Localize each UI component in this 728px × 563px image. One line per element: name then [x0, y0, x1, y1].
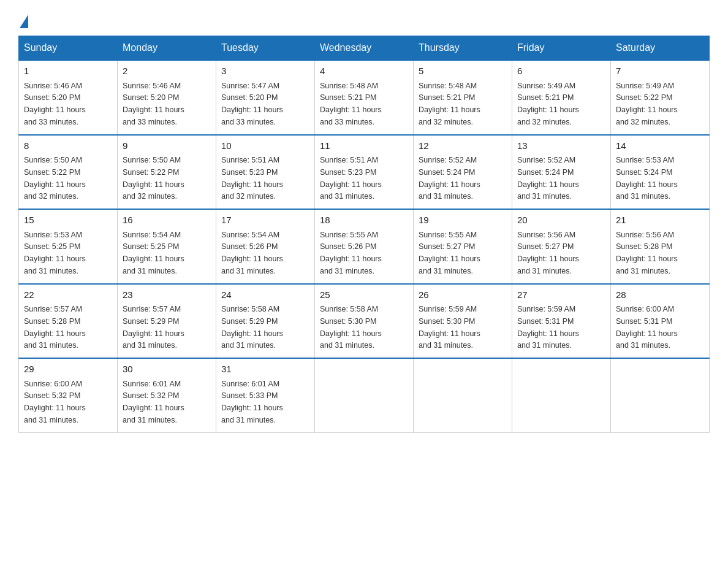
day-number: 13 — [517, 139, 605, 153]
day-number: 11 — [320, 139, 408, 153]
day-info: Sunrise: 5:52 AMSunset: 5:24 PMDaylight:… — [517, 156, 579, 201]
calendar-cell: 18Sunrise: 5:55 AMSunset: 5:26 PMDayligh… — [315, 209, 414, 284]
day-number: 15 — [24, 213, 112, 228]
day-info: Sunrise: 5:54 AMSunset: 5:26 PMDaylight:… — [221, 231, 283, 275]
calendar-cell: 4Sunrise: 5:48 AMSunset: 5:21 PMDaylight… — [315, 60, 414, 135]
day-number: 28 — [616, 288, 704, 302]
calendar-cell: 9Sunrise: 5:50 AMSunset: 5:22 PMDaylight… — [118, 135, 216, 210]
day-number: 29 — [24, 362, 112, 377]
week-row-1: 1Sunrise: 5:46 AMSunset: 5:20 PMDaylight… — [19, 60, 710, 135]
col-header-thursday: Thursday — [414, 36, 512, 61]
day-number: 18 — [320, 213, 408, 228]
day-info: Sunrise: 5:58 AMSunset: 5:30 PMDaylight:… — [320, 305, 382, 350]
day-info: Sunrise: 5:57 AMSunset: 5:29 PMDaylight:… — [123, 305, 184, 350]
day-number: 17 — [221, 213, 309, 228]
calendar-header-row: SundayMondayTuesdayWednesdayThursdayFrid… — [19, 36, 710, 61]
day-info: Sunrise: 5:56 AMSunset: 5:28 PMDaylight:… — [616, 231, 678, 275]
calendar-cell: 2Sunrise: 5:46 AMSunset: 5:20 PMDaylight… — [118, 60, 216, 135]
logo-triangle-icon — [20, 15, 28, 28]
page-header — [18, 12, 710, 26]
week-row-4: 22Sunrise: 5:57 AMSunset: 5:28 PMDayligh… — [19, 284, 710, 359]
day-number: 10 — [221, 139, 309, 153]
day-info: Sunrise: 5:59 AMSunset: 5:30 PMDaylight:… — [419, 305, 480, 350]
calendar-cell: 24Sunrise: 5:58 AMSunset: 5:29 PMDayligh… — [216, 284, 315, 359]
day-info: Sunrise: 5:55 AMSunset: 5:26 PMDaylight:… — [320, 231, 382, 275]
day-info: Sunrise: 5:49 AMSunset: 5:22 PMDaylight:… — [616, 82, 678, 126]
day-number: 12 — [419, 139, 507, 153]
day-info: Sunrise: 5:46 AMSunset: 5:20 PMDaylight:… — [24, 82, 86, 126]
day-number: 7 — [616, 64, 704, 79]
day-info: Sunrise: 5:47 AMSunset: 5:20 PMDaylight:… — [221, 82, 283, 126]
day-info: Sunrise: 5:48 AMSunset: 5:21 PMDaylight:… — [320, 82, 382, 126]
day-info: Sunrise: 6:01 AMSunset: 5:32 PMDaylight:… — [123, 380, 184, 424]
day-info: Sunrise: 5:50 AMSunset: 5:22 PMDaylight:… — [123, 156, 184, 201]
calendar-cell: 15Sunrise: 5:53 AMSunset: 5:25 PMDayligh… — [19, 209, 118, 284]
calendar-cell: 3Sunrise: 5:47 AMSunset: 5:20 PMDaylight… — [216, 60, 315, 135]
day-number: 14 — [616, 139, 704, 153]
day-number: 25 — [320, 288, 408, 302]
calendar-cell: 31Sunrise: 6:01 AMSunset: 5:33 PMDayligh… — [216, 358, 315, 432]
day-info: Sunrise: 6:01 AMSunset: 5:33 PMDaylight:… — [221, 380, 283, 424]
calendar-cell: 7Sunrise: 5:49 AMSunset: 5:22 PMDaylight… — [611, 60, 710, 135]
day-number: 31 — [221, 362, 309, 377]
day-number: 19 — [419, 213, 507, 228]
col-header-sunday: Sunday — [19, 36, 118, 61]
day-number: 22 — [24, 288, 112, 302]
calendar-cell: 27Sunrise: 5:59 AMSunset: 5:31 PMDayligh… — [512, 284, 611, 359]
day-number: 4 — [320, 64, 408, 79]
day-info: Sunrise: 6:00 AMSunset: 5:31 PMDaylight:… — [616, 305, 678, 350]
day-info: Sunrise: 6:00 AMSunset: 5:32 PMDaylight:… — [24, 380, 86, 424]
day-info: Sunrise: 5:53 AMSunset: 5:25 PMDaylight:… — [24, 231, 86, 275]
calendar-cell: 28Sunrise: 6:00 AMSunset: 5:31 PMDayligh… — [611, 284, 710, 359]
day-number: 9 — [123, 139, 211, 153]
week-row-2: 8Sunrise: 5:50 AMSunset: 5:22 PMDaylight… — [19, 135, 710, 210]
day-info: Sunrise: 5:59 AMSunset: 5:31 PMDaylight:… — [517, 305, 579, 350]
calendar-cell: 20Sunrise: 5:56 AMSunset: 5:27 PMDayligh… — [512, 209, 611, 284]
col-header-monday: Monday — [118, 36, 216, 61]
calendar-cell: 12Sunrise: 5:52 AMSunset: 5:24 PMDayligh… — [414, 135, 512, 210]
day-number: 30 — [123, 362, 211, 377]
day-info: Sunrise: 5:52 AMSunset: 5:24 PMDaylight:… — [419, 156, 480, 201]
calendar-cell — [414, 358, 512, 432]
calendar-table: SundayMondayTuesdayWednesdayThursdayFrid… — [18, 36, 710, 433]
calendar-cell: 22Sunrise: 5:57 AMSunset: 5:28 PMDayligh… — [19, 284, 118, 359]
calendar-cell — [512, 358, 611, 432]
day-number: 8 — [24, 139, 112, 153]
calendar-cell: 16Sunrise: 5:54 AMSunset: 5:25 PMDayligh… — [118, 209, 216, 284]
calendar-cell — [611, 358, 710, 432]
day-info: Sunrise: 5:49 AMSunset: 5:21 PMDaylight:… — [517, 82, 579, 126]
day-number: 27 — [517, 288, 605, 302]
calendar-cell: 21Sunrise: 5:56 AMSunset: 5:28 PMDayligh… — [611, 209, 710, 284]
calendar-cell: 6Sunrise: 5:49 AMSunset: 5:21 PMDaylight… — [512, 60, 611, 135]
calendar-cell: 10Sunrise: 5:51 AMSunset: 5:23 PMDayligh… — [216, 135, 315, 210]
day-number: 24 — [221, 288, 309, 302]
day-info: Sunrise: 5:54 AMSunset: 5:25 PMDaylight:… — [123, 231, 184, 275]
calendar-cell: 19Sunrise: 5:55 AMSunset: 5:27 PMDayligh… — [414, 209, 512, 284]
day-info: Sunrise: 5:50 AMSunset: 5:22 PMDaylight:… — [24, 156, 86, 201]
week-row-5: 29Sunrise: 6:00 AMSunset: 5:32 PMDayligh… — [19, 358, 710, 432]
day-info: Sunrise: 5:56 AMSunset: 5:27 PMDaylight:… — [517, 231, 579, 275]
day-info: Sunrise: 5:51 AMSunset: 5:23 PMDaylight:… — [221, 156, 283, 201]
calendar-cell: 1Sunrise: 5:46 AMSunset: 5:20 PMDaylight… — [19, 60, 118, 135]
col-header-saturday: Saturday — [611, 36, 710, 61]
calendar-cell: 14Sunrise: 5:53 AMSunset: 5:24 PMDayligh… — [611, 135, 710, 210]
calendar-cell — [315, 358, 414, 432]
col-header-wednesday: Wednesday — [315, 36, 414, 61]
day-info: Sunrise: 5:53 AMSunset: 5:24 PMDaylight:… — [616, 156, 678, 201]
day-info: Sunrise: 5:55 AMSunset: 5:27 PMDaylight:… — [419, 231, 480, 275]
day-info: Sunrise: 5:57 AMSunset: 5:28 PMDaylight:… — [24, 305, 86, 350]
calendar-cell: 23Sunrise: 5:57 AMSunset: 5:29 PMDayligh… — [118, 284, 216, 359]
calendar-cell: 29Sunrise: 6:00 AMSunset: 5:32 PMDayligh… — [19, 358, 118, 432]
day-number: 23 — [123, 288, 211, 302]
day-info: Sunrise: 5:51 AMSunset: 5:23 PMDaylight:… — [320, 156, 382, 201]
logo — [18, 12, 28, 26]
calendar-cell: 5Sunrise: 5:48 AMSunset: 5:21 PMDaylight… — [414, 60, 512, 135]
calendar-cell: 13Sunrise: 5:52 AMSunset: 5:24 PMDayligh… — [512, 135, 611, 210]
day-number: 6 — [517, 64, 605, 79]
day-number: 5 — [419, 64, 507, 79]
day-number: 21 — [616, 213, 704, 228]
day-info: Sunrise: 5:46 AMSunset: 5:20 PMDaylight:… — [123, 82, 184, 126]
day-number: 20 — [517, 213, 605, 228]
calendar-cell: 26Sunrise: 5:59 AMSunset: 5:30 PMDayligh… — [414, 284, 512, 359]
calendar-cell: 11Sunrise: 5:51 AMSunset: 5:23 PMDayligh… — [315, 135, 414, 210]
